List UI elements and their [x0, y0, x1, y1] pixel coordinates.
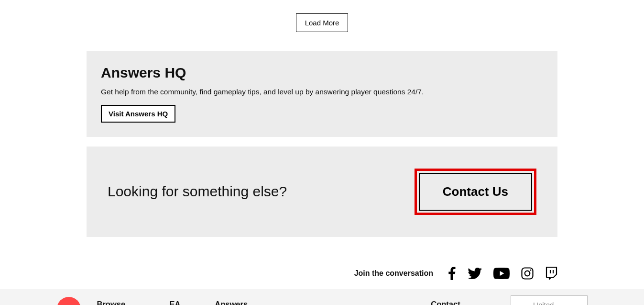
- answers-hq-desc: Get help from the community, find gamepl…: [101, 87, 543, 97]
- twitch-icon[interactable]: [545, 267, 557, 280]
- answers-hq-title: Answers HQ: [101, 65, 543, 81]
- svg-point-1: [525, 271, 530, 276]
- contact-button-highlight: Contact Us: [415, 169, 536, 215]
- ea-logo[interactable]: EA: [57, 297, 81, 305]
- footer-link-answers-hq[interactable]: Answers HQ: [215, 300, 257, 305]
- answers-hq-card: Answers HQ Get help from the community, …: [87, 51, 557, 137]
- youtube-icon[interactable]: [493, 268, 510, 279]
- contact-card-title: Looking for something else?: [108, 183, 287, 200]
- country-label: United States: [533, 301, 569, 305]
- instagram-icon[interactable]: [521, 267, 534, 280]
- country-selector[interactable]: United States: [511, 295, 587, 305]
- visit-answers-hq-button[interactable]: Visit Answers HQ: [101, 105, 175, 123]
- contact-us-button[interactable]: Contact Us: [419, 173, 532, 211]
- load-more-button[interactable]: Load More: [296, 13, 349, 32]
- facebook-icon[interactable]: [448, 267, 456, 280]
- footer-link-ea-app[interactable]: EA app: [169, 300, 194, 305]
- social-row: Join the conversation: [87, 237, 557, 289]
- svg-point-2: [530, 269, 531, 271]
- footer-link-contact-us[interactable]: Contact Us: [431, 300, 469, 305]
- footer-link-browse-games[interactable]: Browse Games: [97, 300, 149, 305]
- join-conversation-text: Join the conversation: [354, 269, 433, 278]
- footer: EA Browse Games EA app Answers HQ About …: [0, 289, 644, 305]
- load-more-row: Load More: [0, 0, 644, 51]
- twitter-icon[interactable]: [468, 268, 482, 279]
- svg-rect-0: [522, 268, 533, 279]
- contact-card: Looking for something else? Contact Us: [87, 147, 557, 237]
